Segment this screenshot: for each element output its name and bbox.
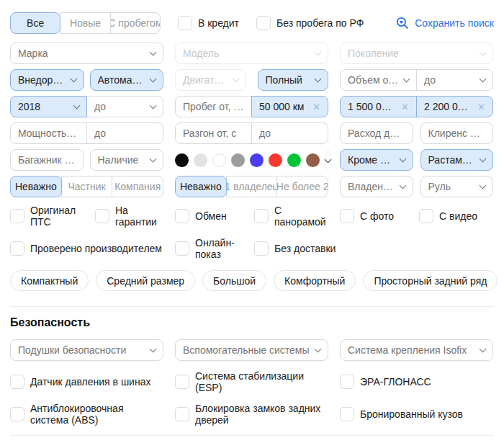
checkbox-era-glonass[interactable]: ЭРА-ГЛОНАСС xyxy=(340,375,431,389)
checkbox-row-1: Оригинал ПТС На гарантии Обмен С панорам… xyxy=(10,205,494,228)
mileage-range: Пробег от, км 50 000 км xyxy=(175,96,328,117)
input-mileage-from[interactable]: Пробег от, км xyxy=(175,96,252,117)
input-power-from[interactable]: Мощность от, л.с. xyxy=(10,122,87,144)
input-price-to[interactable]: 2 200 000 ₽ xyxy=(416,96,493,117)
more-colors-button[interactable] xyxy=(325,151,331,169)
color-swatch-gray[interactable] xyxy=(231,153,245,167)
color-swatches xyxy=(175,151,328,169)
checkbox-panorama[interactable]: С панорамой xyxy=(254,205,328,228)
checkbox-box xyxy=(10,375,24,389)
chevron-down-icon xyxy=(480,182,487,189)
dropdown-generation[interactable]: Поколение xyxy=(340,42,493,64)
dropdown-availability[interactable]: Наличие xyxy=(90,149,164,171)
tag-large[interactable]: Большой xyxy=(202,270,266,291)
color-swatch-green[interactable] xyxy=(287,153,301,167)
input-trunk[interactable]: Багажник от, л xyxy=(10,149,84,171)
seller-company[interactable]: Компания xyxy=(112,176,163,197)
tag-spacious-rear[interactable]: Просторный задний ряд xyxy=(363,270,498,291)
input-accel-to[interactable]: до xyxy=(251,122,328,144)
checkbox-credit[interactable]: В кредит xyxy=(178,16,239,30)
dropdown-transmission[interactable]: Автома... (4) xyxy=(90,69,164,91)
checkbox-photo[interactable]: С фото xyxy=(340,209,394,223)
color-swatch-blue[interactable] xyxy=(250,153,264,167)
tab-all[interactable]: Все xyxy=(10,12,60,34)
tag-comfortable[interactable]: Комфортный xyxy=(274,270,356,291)
safety-section-title: Безопасность xyxy=(10,316,494,329)
year-range: 2018 до xyxy=(10,96,163,117)
tag-pills: Компактный Средний размер Большой Комфор… xyxy=(10,270,494,291)
dropdown-drive[interactable]: Полный xyxy=(258,69,329,91)
tag-medium[interactable]: Средний размер xyxy=(96,270,195,291)
input-price-from[interactable]: 1 500 000 ₽ xyxy=(340,96,417,117)
owners-max-two[interactable]: Не более 2 xyxy=(276,176,328,197)
checkbox-no-delivery[interactable]: Без доставки xyxy=(254,241,336,256)
checkbox-original-pts[interactable]: Оригинал ПТС xyxy=(10,205,89,228)
checkbox-video[interactable]: С видео xyxy=(419,209,477,223)
tab-new[interactable]: Новые xyxy=(60,12,110,34)
clear-icon[interactable] xyxy=(312,102,320,112)
checkbox-box xyxy=(10,241,24,256)
checkbox-esp[interactable]: Система стабилизации (ESP) xyxy=(175,370,328,393)
tag-compact[interactable]: Компактный xyxy=(10,270,89,291)
input-clearance[interactable]: Клиренс от, мм xyxy=(420,122,494,144)
save-search-link[interactable]: Сохранить поиск xyxy=(395,16,494,30)
row-body: Внедор... (3) Автома... (4) Двигатель По… xyxy=(10,69,494,91)
checkbox-abs[interactable]: Антиблокировочная система (ABS) xyxy=(10,403,163,426)
color-swatch-silver[interactable] xyxy=(194,153,207,167)
checkbox-rear-door-lock[interactable]: Блокировка замков задних дверей xyxy=(175,403,328,426)
dropdown-body-type[interactable]: Внедор... (3) xyxy=(10,69,84,91)
filters-panel: Все Новые С пробегом В кредит Без пробег… xyxy=(0,0,504,443)
dropdown-airbags[interactable]: Подушки безопасности xyxy=(10,339,163,361)
clear-icon[interactable] xyxy=(477,102,485,112)
owners-any[interactable]: Неважно xyxy=(175,176,227,197)
color-swatch-brown[interactable] xyxy=(306,153,320,167)
chevron-down-icon xyxy=(73,102,81,109)
checkbox-box xyxy=(254,241,269,256)
dropdown-year-to[interactable]: до xyxy=(86,96,163,117)
chevron-down-icon xyxy=(480,346,487,353)
row-power: Мощность от, л.с. до Разгон от, с до Рас… xyxy=(10,122,494,144)
checkbox-box xyxy=(175,407,189,421)
color-swatch-white[interactable] xyxy=(212,153,226,167)
dropdown-customs[interactable]: Растаможен xyxy=(420,149,494,171)
clear-icon[interactable] xyxy=(401,102,409,112)
input-accel-from[interactable]: Разгон от, с xyxy=(175,122,252,144)
checkbox-no-run-rf[interactable]: Без пробега по РФ xyxy=(256,16,364,30)
color-swatch-red[interactable] xyxy=(269,153,282,167)
checkbox-box xyxy=(340,375,354,389)
tab-used[interactable]: С пробегом xyxy=(110,12,161,34)
checkbox-box xyxy=(340,407,354,421)
dropdown-ownership[interactable]: Владение xyxy=(340,176,413,197)
checkbox-armored-body[interactable]: Бронированный кузов xyxy=(340,407,463,421)
chevron-down-icon xyxy=(325,156,332,163)
checkbox-warranty[interactable]: На гарантии xyxy=(95,205,163,228)
dropdown-wheel[interactable]: Руль xyxy=(420,176,494,197)
checkbox-box xyxy=(419,209,433,223)
color-swatch-black[interactable] xyxy=(175,153,189,167)
checkbox-verified[interactable]: Проверено производителем xyxy=(10,241,162,256)
chevron-down-icon xyxy=(150,156,157,163)
dropdown-assist-systems[interactable]: Вспомогательные системы xyxy=(175,339,328,361)
chevron-down-icon xyxy=(480,76,487,83)
dropdown-marka[interactable]: Марка xyxy=(10,42,163,64)
owners-one[interactable]: 1 владелец xyxy=(226,176,278,197)
seller-private[interactable]: Частник xyxy=(61,176,113,197)
dropdown-isofix[interactable]: Система крепления Isofix xyxy=(340,339,493,361)
dropdown-volume-to[interactable]: до xyxy=(416,69,493,91)
dropdown-year-from[interactable]: 2018 xyxy=(10,96,87,117)
dropdown-model[interactable]: Модель xyxy=(175,42,328,64)
chevron-down-icon xyxy=(480,49,487,56)
seller-any[interactable]: Неважно xyxy=(10,176,62,197)
chevron-down-icon xyxy=(232,76,239,83)
dropdown-condition[interactable]: Кроме битых xyxy=(340,149,413,171)
dropdown-engine[interactable]: Двигатель xyxy=(175,69,246,91)
checkbox-exchange[interactable]: Обмен xyxy=(175,209,227,223)
row-year: 2018 до Пробег от, км 50 000 км 1 500 00… xyxy=(10,96,494,117)
input-mileage-to[interactable]: 50 000 км xyxy=(251,96,328,117)
dropdown-volume-from[interactable]: Объем от, л xyxy=(340,69,417,91)
input-power-to[interactable]: до xyxy=(86,122,163,144)
checkbox-online-show[interactable]: Онлайн-показ xyxy=(175,237,254,260)
input-consumption[interactable]: Расход до, л xyxy=(340,122,413,144)
checkbox-tpms[interactable]: Датчик давления в шинах xyxy=(10,375,150,389)
acceleration-range: Разгон от, с до xyxy=(175,122,328,144)
